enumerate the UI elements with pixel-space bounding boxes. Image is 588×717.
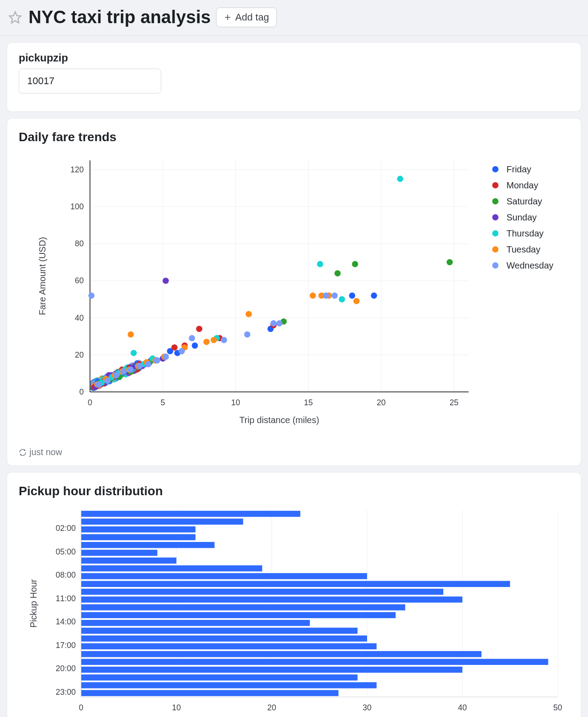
svg-text:25: 25 — [449, 398, 458, 407]
svg-point-349 — [317, 261, 323, 267]
svg-point-345 — [131, 350, 137, 356]
svg-point-400 — [492, 262, 498, 269]
svg-point-398 — [492, 246, 498, 253]
svg-rect-429 — [81, 589, 443, 595]
svg-text:40: 40 — [75, 314, 84, 322]
svg-point-328 — [335, 270, 341, 277]
svg-point-394 — [492, 214, 498, 220]
svg-point-374 — [120, 368, 127, 375]
svg-text:80: 80 — [75, 239, 84, 248]
svg-point-386 — [323, 293, 329, 299]
svg-point-363 — [204, 339, 210, 345]
bar-card: Pickup hour distribution 01020304050Numb… — [7, 473, 581, 717]
svg-point-387 — [331, 293, 338, 299]
svg-rect-432 — [81, 604, 405, 611]
svg-text:20: 20 — [75, 350, 84, 359]
svg-point-314 — [172, 344, 178, 350]
svg-text:10: 10 — [231, 398, 240, 407]
svg-text:Thursday: Thursday — [506, 228, 543, 238]
svg-text:0: 0 — [79, 387, 84, 396]
svg-point-330 — [447, 259, 453, 265]
svg-point-370 — [88, 293, 94, 299]
svg-rect-440 — [81, 651, 482, 657]
svg-rect-422 — [81, 550, 157, 556]
refresh-status[interactable]: just now — [19, 447, 569, 457]
svg-point-371 — [96, 381, 102, 387]
svg-rect-433 — [81, 612, 396, 618]
svg-point-329 — [352, 261, 358, 267]
refresh-text: just now — [29, 447, 62, 457]
svg-text:Friday: Friday — [506, 164, 531, 174]
svg-point-305 — [349, 293, 355, 299]
page-header: NYC taxi trip analysis Add tag — [0, 0, 588, 36]
svg-text:17:00: 17:00 — [56, 641, 76, 650]
svg-point-384 — [270, 320, 277, 326]
scatter-title: Daily fare trends — [19, 130, 569, 144]
svg-text:Trip distance (miles): Trip distance (miles) — [239, 415, 319, 425]
svg-text:0: 0 — [79, 703, 83, 712]
svg-point-383 — [244, 331, 250, 338]
scatter-chart: 0510152025020406080100120Trip distance (… — [19, 151, 569, 438]
svg-text:10: 10 — [172, 703, 181, 712]
svg-rect-438 — [81, 643, 376, 649]
svg-text:60: 60 — [75, 276, 84, 285]
svg-point-350 — [339, 296, 345, 302]
svg-text:Tuesday: Tuesday — [506, 244, 540, 254]
svg-text:Saturday: Saturday — [506, 196, 542, 206]
svg-rect-441 — [81, 659, 548, 665]
svg-point-377 — [145, 361, 151, 367]
svg-rect-416 — [81, 511, 300, 517]
plus-icon — [224, 13, 232, 21]
svg-point-357 — [128, 331, 134, 338]
svg-rect-421 — [81, 542, 215, 548]
svg-point-306 — [371, 293, 377, 299]
svg-point-365 — [245, 311, 252, 317]
svg-point-392 — [492, 198, 498, 204]
svg-point-303 — [192, 342, 198, 349]
svg-rect-424 — [81, 558, 176, 564]
svg-rect-418 — [81, 526, 196, 533]
star-icon[interactable] — [7, 9, 23, 25]
svg-text:40: 40 — [458, 703, 467, 712]
svg-point-375 — [128, 367, 134, 373]
svg-rect-425 — [81, 565, 262, 571]
svg-text:5: 5 — [160, 398, 165, 407]
svg-rect-426 — [81, 573, 367, 579]
svg-rect-445 — [81, 682, 376, 688]
svg-text:15: 15 — [304, 398, 313, 407]
svg-rect-446 — [81, 690, 339, 696]
svg-point-364 — [211, 337, 217, 343]
svg-rect-434 — [81, 620, 310, 626]
svg-rect-444 — [81, 674, 358, 680]
svg-text:08:00: 08:00 — [56, 570, 76, 579]
svg-text:Fare Amount (USD): Fare Amount (USD) — [37, 237, 47, 315]
svg-point-388 — [492, 166, 498, 172]
svg-rect-430 — [81, 596, 462, 603]
svg-text:05:00: 05:00 — [56, 547, 76, 556]
svg-point-379 — [163, 354, 169, 360]
svg-text:0: 0 — [88, 398, 92, 407]
svg-text:Sunday: Sunday — [506, 212, 537, 222]
svg-point-340 — [163, 277, 169, 284]
svg-rect-436 — [81, 627, 358, 634]
svg-rect-417 — [81, 518, 243, 525]
svg-text:20: 20 — [377, 398, 386, 407]
svg-point-366 — [310, 293, 316, 299]
svg-text:Monday: Monday — [506, 180, 538, 190]
svg-text:120: 120 — [70, 165, 84, 174]
pickupzip-input[interactable] — [19, 69, 161, 94]
svg-point-396 — [492, 230, 498, 236]
svg-text:23:00: 23:00 — [56, 688, 76, 697]
svg-point-373 — [113, 372, 119, 379]
svg-point-390 — [492, 182, 498, 188]
svg-point-382 — [221, 337, 227, 343]
svg-rect-428 — [81, 581, 510, 587]
svg-rect-437 — [81, 636, 367, 642]
svg-point-380 — [179, 348, 185, 354]
svg-rect-420 — [81, 534, 196, 540]
svg-text:11:00: 11:00 — [56, 594, 76, 603]
svg-point-372 — [104, 378, 110, 384]
add-tag-button[interactable]: Add tag — [216, 8, 277, 27]
bar-title: Pickup hour distribution — [19, 484, 569, 498]
svg-point-316 — [196, 326, 202, 332]
